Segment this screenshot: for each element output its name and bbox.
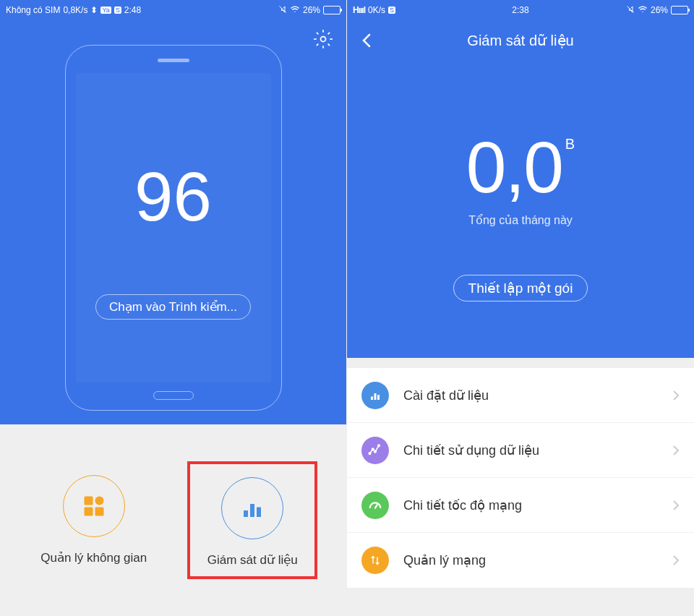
speed-details-item[interactable]: Chi tiết tốc độ mạng — [347, 478, 694, 533]
security-score: 96 — [134, 157, 212, 236]
mute-icon — [626, 5, 635, 16]
list-item-label: Chi tiết sử dụng dữ liệu — [403, 442, 672, 458]
status-bar: Không có SIM 0,8K/s ⬍ Ya S 2:48 26% — [0, 0, 346, 20]
action-label: Giám sát dữ liệu — [207, 552, 298, 568]
network-speed: 0K/s — [368, 5, 385, 15]
chevron-right-icon — [672, 390, 680, 401]
bar-chart-icon — [221, 477, 283, 539]
phone-illustration: 96 Chạm vào Trình kiểm... — [65, 45, 282, 411]
page-title: Giám sát dữ liệu — [467, 32, 573, 49]
status-time: 2:48 — [124, 5, 141, 15]
battery-percent: 26% — [303, 5, 320, 15]
svg-point-12 — [372, 448, 374, 450]
space-management-button[interactable]: Quản lý không gian — [29, 475, 159, 565]
chevron-right-icon — [672, 555, 680, 566]
svg-point-11 — [369, 452, 371, 454]
network-speed: 0,8K/s — [63, 5, 87, 15]
svg-rect-6 — [250, 504, 254, 517]
list-item-label: Quản lý mạng — [403, 552, 672, 568]
svg-rect-3 — [84, 508, 93, 516]
svg-rect-7 — [257, 508, 261, 518]
network-management-item[interactable]: Quản lý mạng — [347, 533, 694, 588]
usb-icon: ⬍ — [90, 5, 98, 15]
list-item-label: Cài đặt dữ liệu — [403, 388, 672, 403]
status-bar: HıııI 0K/s S 2:38 26% — [347, 0, 694, 20]
indicator-icon: Ya — [100, 7, 111, 14]
sim-status: Không có SIM — [6, 5, 60, 15]
bar-chart-icon — [361, 382, 389, 409]
svg-rect-9 — [374, 393, 377, 400]
action-label: Quản lý không gian — [40, 550, 147, 565]
transfer-icon — [361, 547, 389, 574]
chevron-right-icon — [672, 500, 680, 511]
back-button[interactable] — [359, 32, 376, 49]
wifi-icon — [638, 5, 648, 16]
svg-point-13 — [374, 450, 377, 453]
svg-rect-8 — [371, 396, 373, 400]
svg-rect-4 — [95, 508, 103, 516]
indicator-icon: S — [114, 7, 121, 14]
screen-security: Không có SIM 0,8K/s ⬍ Ya S 2:48 26% — [0, 0, 347, 616]
usage-unit: B — [565, 136, 575, 153]
wifi-icon — [290, 5, 300, 16]
chevron-right-icon — [672, 445, 680, 456]
signal-label: HıııI — [353, 5, 365, 15]
battery-icon — [671, 6, 688, 14]
bottom-actions: Quản lý không gian Giám sát dữ liệu — [0, 424, 346, 616]
svg-rect-1 — [84, 497, 93, 505]
usage-subtitle: Tổng của tháng này — [347, 213, 694, 227]
list-item-label: Chi tiết tốc độ mạng — [403, 497, 672, 513]
battery-icon — [323, 6, 340, 14]
mute-icon — [278, 5, 287, 16]
data-usage-value: 0,0 B — [347, 126, 694, 209]
data-settings-item[interactable]: Cài đặt dữ liệu — [347, 368, 694, 423]
usage-number: 0,0 — [466, 126, 562, 209]
screen-data-monitor: HıııI 0K/s S 2:38 26% Giám — [347, 0, 694, 616]
settings-list: Cài đặt dữ liệu Chi tiết sử dụng dữ liệu… — [347, 358, 694, 616]
grid-icon — [63, 475, 125, 537]
data-monitor-button[interactable]: Giám sát dữ liệu — [187, 461, 317, 579]
line-chart-icon — [361, 437, 389, 464]
battery-percent: 26% — [651, 5, 668, 15]
tap-scan-button[interactable]: Chạm vào Trình kiểm... — [95, 294, 251, 320]
svg-point-14 — [378, 445, 380, 447]
svg-rect-5 — [244, 510, 248, 517]
main-blue-section: Không có SIM 0,8K/s ⬍ Ya S 2:48 26% — [0, 0, 346, 424]
usage-details-item[interactable]: Chi tiết sử dụng dữ liệu — [347, 423, 694, 478]
nav-bar: Giám sát dữ liệu — [347, 20, 694, 61]
settings-button[interactable] — [313, 29, 333, 49]
svg-point-2 — [95, 497, 103, 505]
header-section: HıııI 0K/s S 2:38 26% Giám — [347, 0, 694, 358]
status-time: 2:38 — [512, 5, 528, 15]
svg-rect-10 — [377, 395, 380, 400]
gauge-icon — [361, 492, 389, 519]
setup-plan-button[interactable]: Thiết lập một gói — [453, 275, 588, 301]
indicator-icon: S — [388, 7, 395, 14]
svg-point-0 — [321, 37, 326, 42]
